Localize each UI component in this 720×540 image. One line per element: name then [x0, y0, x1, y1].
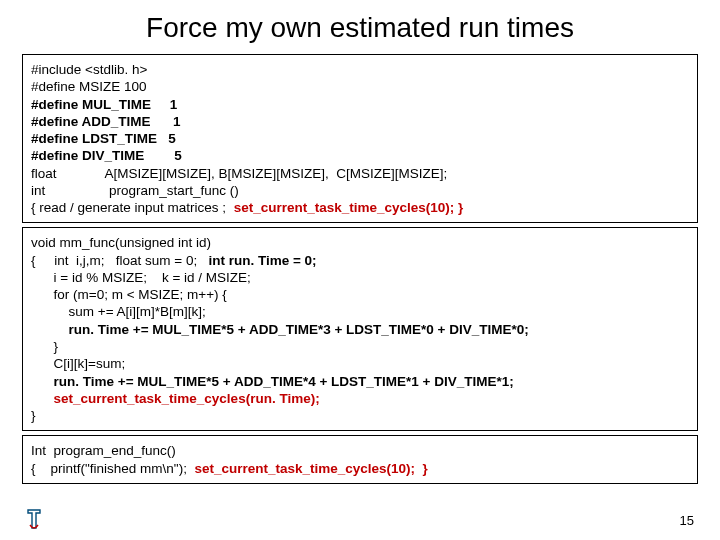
code-line: i = id % MSIZE; k = id / MSIZE;: [31, 269, 689, 286]
code-line: }: [31, 407, 689, 424]
highlight-text: set_current_task_time_cycles(10); }: [234, 200, 464, 215]
code-line: { printf("finished mm\n"); set_current_t…: [31, 460, 689, 477]
code-line: int program_start_func (): [31, 182, 689, 199]
code-line: { read / generate input matrices ; set_c…: [31, 199, 689, 216]
code-line: { int i,j,m; float sum = 0; int run. Tim…: [31, 252, 689, 269]
code-line: }: [31, 338, 689, 355]
code-line: #define DIV_TIME 5: [31, 147, 689, 164]
code-line: run. Time += MUL_TIME*5 + ADD_TIME*4 + L…: [31, 373, 689, 390]
code-text-bold: int run. Time = 0;: [208, 253, 316, 268]
highlight-text: set_current_task_time_cycles(run. Time);: [31, 390, 689, 407]
slide-title: Force my own estimated run times: [0, 0, 720, 50]
code-text: { read / generate input matrices ;: [31, 200, 234, 215]
highlight-text: set_current_task_time_cycles(10); }: [191, 461, 428, 476]
code-line: C[i][k]=sum;: [31, 355, 689, 372]
code-line: #include <stdlib. h>: [31, 61, 689, 78]
code-line: sum += A[i][m]*B[m][k];: [31, 303, 689, 320]
code-line: #define LDST_TIME 5: [31, 130, 689, 147]
code-line: for (m=0; m < MSIZE; m++) {: [31, 286, 689, 303]
code-text: { printf("finished mm\n");: [31, 461, 191, 476]
code-line: run. Time += MUL_TIME*5 + ADD_TIME*3 + L…: [31, 321, 689, 338]
code-box-1: #include <stdlib. h> #define MSIZE 100 #…: [22, 54, 698, 223]
page-number: 15: [680, 513, 694, 528]
code-line: void mm_func(unsigned int id): [31, 234, 689, 251]
code-line: #define MSIZE 100: [31, 78, 689, 95]
code-box-3: Int program_end_func() { printf("finishe…: [22, 435, 698, 484]
code-line: Int program_end_func(): [31, 442, 689, 459]
code-line: float A[MSIZE][MSIZE], B[MSIZE][MSIZE], …: [31, 165, 689, 182]
tu-delft-logo-icon: [26, 508, 42, 530]
code-box-2: void mm_func(unsigned int id) { int i,j,…: [22, 227, 698, 431]
code-line: #define MUL_TIME 1: [31, 96, 689, 113]
code-text: { int i,j,m; float sum = 0;: [31, 253, 208, 268]
code-line: #define ADD_TIME 1: [31, 113, 689, 130]
